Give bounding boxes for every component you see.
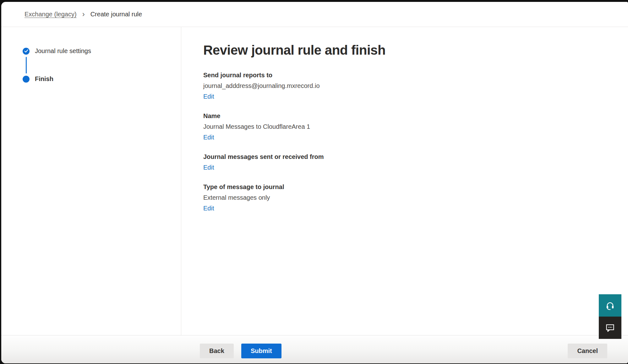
review-section-name: Name Journal Messages to CloudflareArea …	[203, 112, 615, 141]
content-area: Journal rule settings Finish Review jour…	[1, 27, 628, 335]
review-section-message-type: Type of message to journal External mess…	[203, 183, 615, 212]
headset-icon	[605, 301, 615, 311]
section-label: Journal messages sent or received from	[203, 153, 615, 161]
review-section-send-journal-reports: Send journal reports to journal_adddress…	[203, 71, 615, 101]
section-value: External messages only	[203, 193, 615, 202]
step-completed-check-icon	[23, 48, 30, 55]
chevron-right-icon: ›	[82, 10, 85, 18]
review-section-journal-messages-scope: Journal messages sent or received from E…	[203, 153, 615, 171]
section-value: Journal Messages to CloudflareArea 1	[203, 122, 615, 131]
submit-button[interactable]: Submit	[241, 344, 281, 358]
edit-link[interactable]: Edit	[203, 133, 214, 141]
section-label: Type of message to journal	[203, 183, 615, 191]
section-label: Send journal reports to	[203, 71, 615, 79]
edit-link[interactable]: Edit	[203, 92, 214, 101]
step-label: Journal rule settings	[35, 47, 91, 55]
review-pane: Review journal rule and finish Send jour…	[181, 27, 628, 335]
cancel-button[interactable]: Cancel	[568, 344, 607, 358]
breadcrumb: Exchange (legacy) › Create journal rule	[1, 2, 628, 27]
feedback-icon	[605, 323, 615, 333]
step-journal-rule-settings[interactable]: Journal rule settings	[23, 47, 181, 55]
step-label: Finish	[35, 75, 53, 83]
wizard-steps: Journal rule settings Finish	[1, 27, 181, 335]
step-connector-line	[26, 57, 27, 73]
feedback-button[interactable]	[599, 317, 621, 339]
page-title: Review journal rule and finish	[203, 42, 615, 58]
app-window: Exchange (legacy) › Create journal rule …	[1, 2, 628, 363]
step-current-dot-icon	[23, 76, 30, 83]
back-button[interactable]: Back	[200, 344, 234, 358]
step-finish[interactable]: Finish	[23, 75, 181, 83]
section-label: Name	[203, 112, 615, 120]
help-button[interactable]	[599, 294, 621, 317]
section-value: journal_adddress@journaling.mxrecord.io	[203, 82, 615, 90]
breadcrumb-item-exchange-legacy[interactable]: Exchange (legacy)	[25, 11, 77, 18]
edit-link[interactable]: Edit	[203, 163, 214, 171]
action-bar: Back Submit Cancel	[1, 335, 628, 363]
floating-button-stack	[599, 294, 621, 339]
edit-link[interactable]: Edit	[203, 204, 214, 212]
breadcrumb-item-create-journal-rule: Create journal rule	[90, 11, 142, 18]
